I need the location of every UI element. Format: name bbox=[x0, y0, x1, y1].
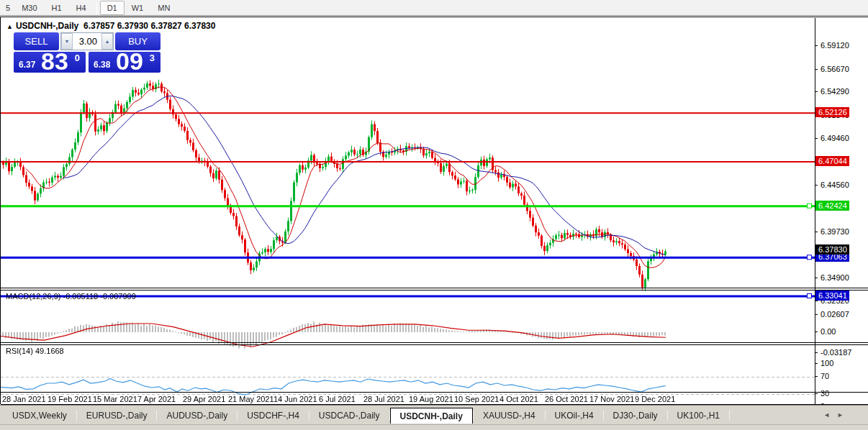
axis-tick-mark bbox=[815, 69, 818, 70]
axis-tick-mark bbox=[815, 45, 818, 46]
date-axis-label: 17 Nov 2021 bbox=[589, 395, 634, 403]
axis-tick-mark bbox=[815, 331, 818, 332]
chart-tab-uk100-h1[interactable]: UK100-,H1 bbox=[668, 408, 729, 424]
one-click-trade-panel: SELL ▼ ▲ BUY 6.37 83 0 6.38 09 3 bbox=[14, 32, 161, 73]
pane-separator bbox=[1, 290, 868, 291]
buy-price-prefix: 6.38 bbox=[94, 60, 110, 70]
axis-tick-mark bbox=[815, 185, 818, 186]
toolbar-separator bbox=[96, 2, 97, 14]
chart-tab-usdcad-daily[interactable]: USDCAD-,Daily bbox=[309, 408, 389, 424]
timeframe-button-mn[interactable]: MN bbox=[150, 1, 177, 15]
current-price-badge: 6.37830 bbox=[815, 244, 849, 255]
timeframe-button-h4[interactable]: H4 bbox=[69, 1, 94, 15]
price-level-badge: 6.42424 bbox=[815, 201, 849, 211]
axis-tick-mark bbox=[815, 138, 818, 139]
axis-tick-mark bbox=[815, 314, 818, 315]
price-level-badge: 6.33041 bbox=[815, 291, 849, 301]
date-axis-label: 9 Dec 2021 bbox=[635, 395, 675, 403]
price-level-badge: 6.47044 bbox=[815, 156, 849, 166]
price-axis-label: 6.49460 bbox=[820, 134, 849, 142]
sell-price-main: 83 bbox=[41, 47, 68, 76]
date-axis-label: 14 Jun 2021 bbox=[273, 395, 317, 403]
date-axis-label: 15 Mar 2021 bbox=[93, 395, 137, 403]
buy-price-point: 3 bbox=[150, 52, 155, 63]
volume-increase-button[interactable]: ▲ bbox=[101, 33, 113, 50]
date-axis-label: 29 Apr 2021 bbox=[183, 395, 225, 403]
timeframe-button-d1[interactable]: D1 bbox=[100, 1, 125, 15]
chart-tab-eurusd-daily[interactable]: EURUSD-,Daily bbox=[77, 408, 157, 424]
sell-price-box[interactable]: 6.37 83 0 bbox=[14, 52, 86, 73]
price-axis-label: 6.59120 bbox=[820, 41, 849, 50]
axis-tick-mark bbox=[815, 363, 818, 364]
chart-tab-dj30-daily[interactable]: DJ30-,Daily bbox=[604, 408, 667, 424]
volume-input[interactable] bbox=[73, 33, 101, 50]
date-axis-label: 28 Jul 2021 bbox=[363, 395, 404, 403]
axis-tick-mark bbox=[815, 232, 818, 232]
date-axis-label: 28 Jan 2021 bbox=[2, 395, 46, 403]
buy-price-main: 09 bbox=[116, 47, 143, 76]
pane-separator bbox=[1, 342, 868, 343]
macd-axis-label: -0.03187 bbox=[820, 348, 851, 357]
rsi-indicator-label: RSI(14) 49.1668 bbox=[6, 347, 64, 355]
axis-tick-mark bbox=[815, 278, 818, 278]
chart-tab-ukoil-h4[interactable]: UKOil-,H4 bbox=[546, 408, 603, 424]
pane-separator bbox=[1, 288, 868, 288]
chart-ohlc-values: 6.37857 6.37930 6.37827 6.37830 bbox=[83, 21, 216, 31]
timeframe-toolbar: 5M30H1H4D1W1MN bbox=[0, 0, 868, 16]
price-axis-line bbox=[815, 18, 815, 404]
axis-tick-mark bbox=[815, 91, 818, 92]
sell-price-prefix: 6.37 bbox=[19, 60, 35, 70]
chart-tab-usdchf-h4[interactable]: USDCHF-,H4 bbox=[238, 408, 309, 424]
date-axis-label: 19 Aug 2021 bbox=[409, 395, 453, 403]
timeframe-button-w1[interactable]: W1 bbox=[125, 1, 151, 15]
price-level-badge: 6.52126 bbox=[815, 107, 849, 117]
axis-tick-mark bbox=[815, 393, 818, 394]
date-axis-label: 21 May 2021 bbox=[228, 395, 274, 403]
price-axis-label: 6.44560 bbox=[820, 180, 849, 189]
axis-tick-mark bbox=[815, 301, 818, 301]
chart-tab-audusd-daily[interactable]: AUDUSD-,Daily bbox=[157, 408, 237, 424]
date-axis-label: 19 Feb 2021 bbox=[48, 395, 92, 403]
date-axis-label: 6 Jul 2021 bbox=[319, 395, 356, 403]
collapse-triangle-icon[interactable]: ▲ bbox=[6, 23, 13, 30]
date-axis-label: 26 Oct 2021 bbox=[545, 395, 588, 403]
axis-tick-mark bbox=[815, 376, 818, 377]
rsi-axis-label: 70 bbox=[820, 372, 829, 380]
axis-tick-mark bbox=[815, 352, 818, 353]
volume-spinner: ▼ ▲ bbox=[60, 32, 114, 50]
tab-separator bbox=[729, 411, 730, 421]
tabs-scroll-left-icon[interactable]: ◄ bbox=[823, 411, 830, 419]
chart-symbol-label: USDCNH-,Daily bbox=[16, 21, 78, 31]
rsi-axis-label: 100 bbox=[820, 359, 833, 367]
date-axis-label: 7 Apr 2021 bbox=[137, 395, 176, 403]
price-axis-label: 6.56670 bbox=[820, 65, 849, 73]
macd-indicator-label: MACD(12,26,9) -0.005118 -0.007909 bbox=[6, 292, 136, 301]
pane-separator bbox=[1, 344, 868, 345]
rsi-axis-label: 30 bbox=[820, 389, 829, 398]
sell-price-point: 0 bbox=[75, 52, 80, 63]
chart-tabs: USDX,WeeklyEURUSD-,DailyAUDUSD-,DailyUSD… bbox=[3, 408, 730, 424]
macd-axis-label: 0.00 bbox=[820, 327, 836, 336]
tab-strip-divider bbox=[0, 424, 868, 425]
price-axis-label: 6.34900 bbox=[820, 273, 849, 282]
price-axis-label: 6.54290 bbox=[820, 87, 849, 96]
chart-tab-strip: USDX,WeeklyEURUSD-,DailyAUDUSD-,DailyUSD… bbox=[0, 405, 868, 430]
chart-window: ▲USDCNH-,Daily 6.37857 6.37930 6.37827 6… bbox=[0, 17, 868, 404]
timeframe-button-h1[interactable]: H1 bbox=[45, 1, 69, 15]
date-axis-label: 10 Sep 2021 bbox=[454, 395, 499, 403]
date-axis-label: 4 Oct 2021 bbox=[499, 395, 538, 403]
timeframe-button-m30[interactable]: M30 bbox=[14, 1, 44, 15]
macd-axis-label: 0.02607 bbox=[820, 310, 849, 319]
chart-tab-xauusd-h4[interactable]: XAUUSD-,H4 bbox=[474, 408, 545, 424]
price-axis-label: 6.39730 bbox=[820, 227, 849, 236]
buy-price-box[interactable]: 6.38 09 3 bbox=[89, 52, 161, 73]
chart-tab-usdx-weekly[interactable]: USDX,Weekly bbox=[3, 408, 76, 424]
tabs-scroll-right-icon[interactable]: ► bbox=[837, 411, 844, 419]
chart-title: ▲USDCNH-,Daily 6.37857 6.37930 6.37827 6… bbox=[6, 21, 215, 31]
chart-tab-usdcnh-daily[interactable]: USDCNH-,Daily bbox=[390, 408, 473, 424]
pane-separator bbox=[1, 392, 868, 393]
macd-pane-canvas[interactable] bbox=[1, 307, 815, 359]
timeframe-button-5[interactable]: 5 bbox=[1, 1, 14, 15]
